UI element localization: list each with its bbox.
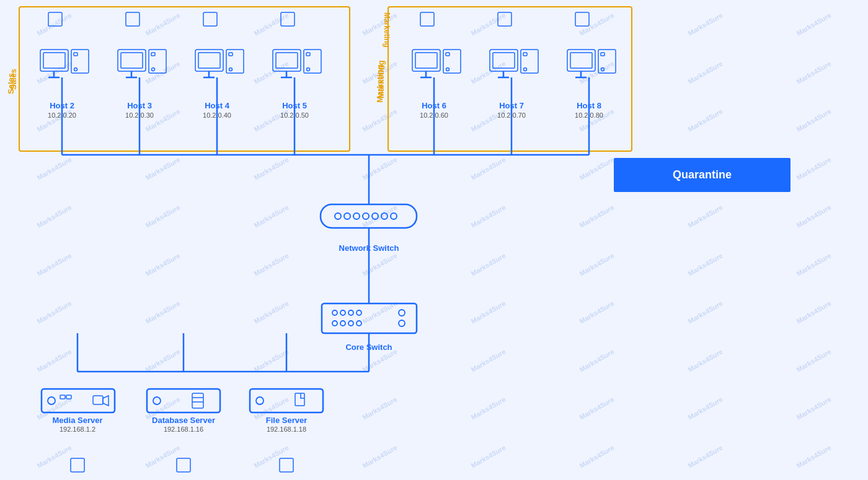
svg-rect-96 (66, 395, 71, 399)
svg-rect-77 (322, 303, 417, 333)
svg-rect-25 (276, 53, 298, 68)
svg-rect-33 (415, 53, 437, 68)
svg-rect-93 (42, 389, 115, 412)
svg-point-107 (256, 397, 264, 404)
database-server-ip: 192.168.1.16 (164, 425, 203, 433)
svg-point-87 (399, 320, 405, 326)
host5-label: Host 5 (282, 101, 307, 110)
svg-rect-41 (493, 53, 515, 68)
svg-marker-98 (103, 396, 108, 406)
svg-point-38 (446, 68, 450, 71)
host6-label: Host 6 (422, 101, 446, 110)
svg-rect-108 (295, 393, 304, 406)
svg-point-54 (601, 68, 604, 71)
svg-point-22 (229, 68, 232, 71)
svg-rect-95 (60, 395, 65, 399)
svg-point-85 (348, 321, 353, 326)
media-server-label: Media Server (53, 416, 103, 425)
svg-rect-49 (570, 53, 592, 68)
svg-rect-45 (523, 53, 527, 56)
svg-point-79 (340, 310, 345, 315)
svg-point-74 (381, 213, 388, 219)
host4-ip: 10.2.0.40 (203, 111, 231, 119)
svg-rect-102 (192, 393, 203, 408)
svg-rect-37 (446, 53, 450, 56)
svg-rect-59 (281, 12, 294, 26)
marketing-rotated-label: Marketing (375, 64, 384, 102)
host6-ip: 10.2.0.60 (420, 111, 448, 119)
svg-rect-53 (601, 53, 604, 56)
host8-ip: 10.2.0.80 (575, 111, 603, 119)
marketing-group-text: Marketing (383, 12, 391, 48)
file-server-ip: 192.168.1.18 (267, 425, 306, 433)
svg-rect-97 (93, 396, 103, 404)
host2-label: Host 2 (50, 101, 74, 110)
database-server-label: Database Server (152, 416, 215, 425)
svg-rect-5 (74, 53, 78, 56)
sales-rotated-label: Sales (6, 73, 16, 94)
svg-rect-99 (71, 458, 84, 472)
svg-point-69 (335, 213, 341, 219)
svg-point-70 (344, 213, 350, 219)
svg-point-81 (356, 310, 361, 315)
svg-point-83 (332, 321, 337, 326)
svg-rect-61 (498, 12, 512, 26)
svg-point-14 (152, 68, 155, 71)
svg-point-84 (340, 321, 345, 326)
svg-rect-56 (48, 12, 62, 26)
file-server-label: File Server (266, 416, 308, 425)
svg-rect-58 (203, 12, 217, 26)
svg-point-30 (307, 68, 310, 71)
host3-label: Host 3 (127, 101, 152, 110)
svg-rect-21 (229, 53, 232, 56)
host5-ip: 10.2.0.50 (280, 111, 309, 119)
svg-point-82 (399, 310, 405, 316)
svg-rect-62 (575, 12, 589, 26)
svg-rect-17 (198, 53, 220, 68)
host7-ip: 10.2.0.70 (497, 111, 526, 119)
host4-label: Host 4 (205, 101, 230, 110)
svg-rect-105 (177, 458, 190, 472)
svg-rect-100 (147, 389, 220, 412)
svg-point-75 (391, 213, 397, 219)
svg-rect-57 (126, 12, 140, 26)
svg-point-71 (353, 213, 360, 219)
media-server-ip: 192.168.1.2 (60, 425, 95, 433)
svg-point-101 (153, 397, 161, 404)
svg-rect-9 (121, 53, 143, 68)
svg-point-46 (524, 68, 527, 71)
svg-point-73 (372, 213, 378, 219)
svg-point-86 (356, 321, 361, 326)
svg-point-80 (348, 310, 353, 315)
svg-rect-106 (250, 389, 323, 412)
host7-label: Host 7 (499, 101, 524, 110)
svg-point-94 (48, 397, 55, 404)
host2-ip: 10.2.0.20 (48, 111, 76, 119)
host3-ip: 10.2.0.30 (125, 111, 154, 119)
svg-point-72 (363, 213, 369, 219)
svg-point-6 (74, 68, 78, 71)
svg-rect-13 (151, 53, 155, 56)
network-diagram-svg: .line { stroke: #1a6aff; stroke-width: 2… (0, 0, 868, 480)
svg-rect-60 (420, 12, 434, 26)
host8-label: Host 8 (577, 101, 601, 110)
svg-rect-109 (280, 458, 293, 472)
svg-rect-29 (306, 53, 310, 56)
svg-point-78 (332, 310, 337, 315)
svg-rect-1 (43, 53, 65, 68)
